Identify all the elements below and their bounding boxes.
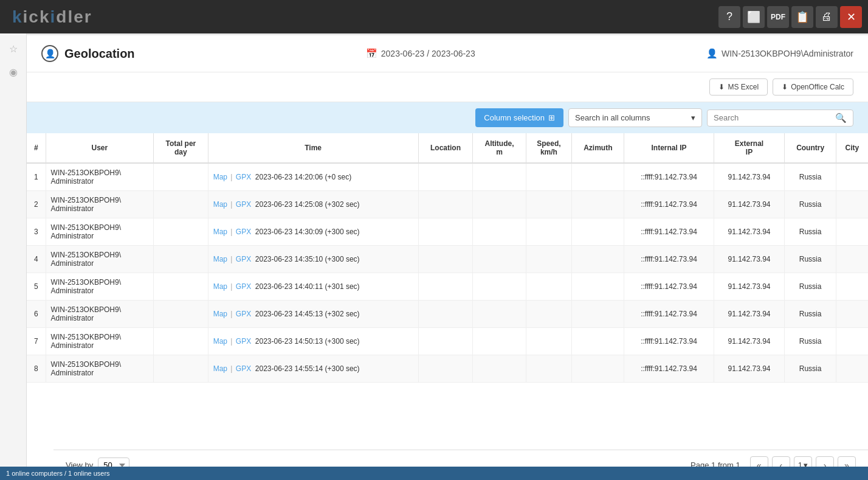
col-city: City <box>836 133 868 163</box>
gpx-link[interactable]: GPX <box>236 364 251 373</box>
cell-city <box>836 301 868 328</box>
panel-title-area: 👤 Geolocation <box>41 45 135 62</box>
print-icon[interactable]: 🖨 <box>816 6 838 28</box>
sep: | <box>230 200 232 209</box>
cell-location <box>418 355 473 383</box>
search-icon: 🔍 <box>835 113 847 123</box>
cell-num: 5 <box>27 273 46 301</box>
help-icon[interactable]: ? <box>718 6 740 28</box>
sep: | <box>230 337 232 346</box>
gpx-link[interactable]: GPX <box>236 282 251 291</box>
cell-city <box>836 246 868 273</box>
col-num: # <box>27 133 46 163</box>
cell-speed <box>526 301 572 328</box>
cell-speed <box>526 246 572 273</box>
map-link[interactable]: Map <box>213 337 227 346</box>
panel-header: 👤 Geolocation 📅 2023-06-23 / 2023-06-23 … <box>27 35 868 72</box>
gpx-link[interactable]: GPX <box>236 255 251 263</box>
cell-total <box>154 191 208 218</box>
map-link[interactable]: Map <box>213 173 227 181</box>
cell-speed <box>526 328 572 355</box>
cell-user: WIN-2513OKBPOH9\Administrator <box>46 163 154 191</box>
cell-altitude <box>473 191 526 218</box>
table-row: 5 WIN-2513OKBPOH9\Administrator Map | GP… <box>27 273 868 301</box>
cell-external-ip: 91.142.73.94 <box>714 218 785 246</box>
cell-altitude <box>473 163 526 191</box>
cell-time: Map | GPX 2023-06-23 14:45:13 (+302 sec) <box>208 301 418 328</box>
cell-azimuth <box>572 273 624 301</box>
cell-user: WIN-2513OKBPOH9\Administrator <box>46 191 154 218</box>
search-input[interactable] <box>714 113 835 122</box>
cell-external-ip: 91.142.73.94 <box>714 163 785 191</box>
table-row: 6 WIN-2513OKBPOH9\Administrator Map | GP… <box>27 301 868 328</box>
col-azimuth: Azimuth <box>572 133 624 163</box>
cell-altitude <box>473 301 526 328</box>
cell-external-ip: 91.142.73.94 <box>714 301 785 328</box>
cell-location <box>418 301 473 328</box>
chevron-down-icon: ▾ <box>691 113 695 122</box>
col-external-ip: ExternalIP <box>714 133 785 163</box>
cell-num: 8 <box>27 355 46 383</box>
gpx-link[interactable]: GPX <box>236 200 251 209</box>
report-icon[interactable]: 📋 <box>791 6 813 28</box>
search-in-columns-dropdown[interactable]: Search in all columns ▾ <box>568 108 702 127</box>
cell-time: Map | GPX 2023-06-23 14:40:11 (+301 sec) <box>208 273 418 301</box>
cell-azimuth <box>572 246 624 273</box>
cell-azimuth <box>572 355 624 383</box>
cell-location <box>418 328 473 355</box>
map-link[interactable]: Map <box>213 282 227 291</box>
cell-total <box>154 355 208 383</box>
cell-user: WIN-2513OKBPOH9\Administrator <box>46 328 154 355</box>
map-link[interactable]: Map <box>213 364 227 373</box>
col-country: Country <box>785 133 836 163</box>
cell-speed <box>526 355 572 383</box>
cell-user: WIN-2513OKBPOH9\Administrator <box>46 273 154 301</box>
current-user: 👤 WIN-2513OKBPOH9\Administrator <box>706 48 853 59</box>
map-link[interactable]: Map <box>213 310 227 318</box>
date-value: 2023-06-23 / 2023-06-23 <box>381 49 475 58</box>
cell-user: WIN-2513OKBPOH9\Administrator <box>46 301 154 328</box>
cell-altitude <box>473 218 526 246</box>
cell-azimuth <box>572 301 624 328</box>
pdf-icon[interactable]: PDF <box>767 6 789 28</box>
cell-speed <box>526 163 572 191</box>
cell-time: Map | GPX 2023-06-23 14:35:10 (+300 sec) <box>208 246 418 273</box>
cell-city <box>836 163 868 191</box>
cell-time: Map | GPX 2023-06-23 14:30:09 (+300 sec) <box>208 218 418 246</box>
username-value: WIN-2513OKBPOH9\Administrator <box>722 49 853 58</box>
map-link[interactable]: Map <box>213 200 227 209</box>
col-speed: Speed,km/h <box>526 133 572 163</box>
gpx-link[interactable]: GPX <box>236 228 251 236</box>
gpx-link[interactable]: GPX <box>236 310 251 318</box>
cell-country: Russia <box>785 246 836 273</box>
gpx-link[interactable]: GPX <box>236 173 251 181</box>
gpx-link[interactable]: GPX <box>236 337 251 346</box>
cell-time: Map | GPX 2023-06-23 14:25:08 (+302 sec) <box>208 191 418 218</box>
column-selection-button[interactable]: Column selection ⊞ <box>475 108 563 127</box>
geolocation-icon: 👤 <box>41 45 58 62</box>
data-table: # User Total perday Time Location Altitu… <box>27 133 868 383</box>
cell-time: Map | GPX 2023-06-23 14:20:06 (+0 sec) <box>208 163 418 191</box>
window-icon[interactable]: ⬜ <box>743 6 765 28</box>
sep: | <box>230 364 232 373</box>
cell-country: Russia <box>785 191 836 218</box>
map-link[interactable]: Map <box>213 255 227 263</box>
cell-azimuth <box>572 328 624 355</box>
ms-excel-button[interactable]: ⬇ MS Excel <box>709 78 768 96</box>
cell-external-ip: 91.142.73.94 <box>714 355 785 383</box>
close-icon[interactable]: ✕ <box>840 6 862 28</box>
download-icon: ⬇ <box>718 83 725 91</box>
table-row: 4 WIN-2513OKBPOH9\Administrator Map | GP… <box>27 246 868 273</box>
cell-time: Map | GPX 2023-06-23 14:55:14 (+300 sec) <box>208 355 418 383</box>
openoffice-calc-button[interactable]: ⬇ OpenOffice Calc <box>773 78 853 96</box>
map-link[interactable]: Map <box>213 228 227 236</box>
cell-altitude <box>473 328 526 355</box>
cell-internal-ip: ::ffff:91.142.73.94 <box>624 246 714 273</box>
cell-user: WIN-2513OKBPOH9\Administrator <box>46 218 154 246</box>
table-header-row: # User Total perday Time Location Altitu… <box>27 133 868 163</box>
cell-altitude <box>473 355 526 383</box>
cell-country: Russia <box>785 273 836 301</box>
sidebar-icon-1: ☆ <box>4 40 22 58</box>
sidebar-strip: ☆ ◉ <box>0 33 27 480</box>
cell-city <box>836 218 868 246</box>
